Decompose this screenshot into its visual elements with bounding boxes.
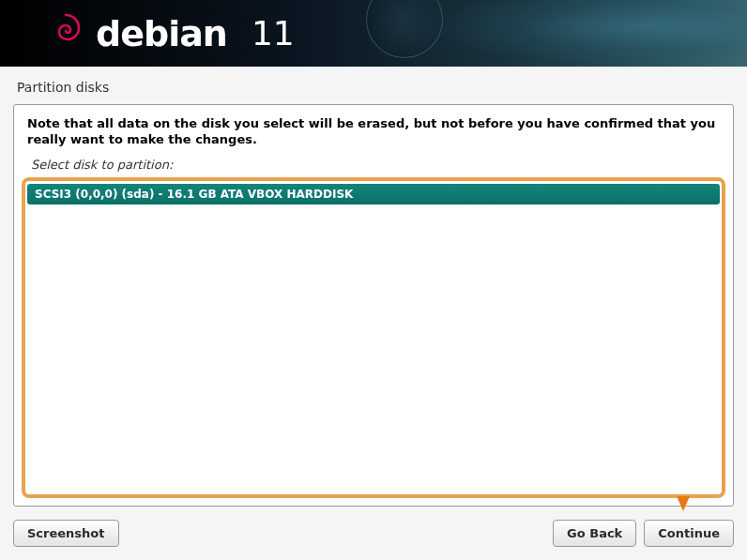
debian-swirl-icon <box>47 11 84 56</box>
content-area: Partition disks Note that all data on th… <box>0 67 747 560</box>
debian-logo: debian 11 <box>47 11 295 56</box>
go-back-button[interactable]: Go Back <box>553 520 636 547</box>
warning-text: Note that all data on the disk you selec… <box>22 113 725 154</box>
continue-button[interactable]: Continue <box>644 520 734 547</box>
brand-version: 11 <box>252 14 295 53</box>
button-bar: Screenshot Go Back Continue <box>0 507 747 560</box>
page-title: Partition disks <box>0 67 747 104</box>
disk-item[interactable]: SCSI3 (0,0,0) (sda) - 16.1 GB ATA VBOX H… <box>27 184 720 204</box>
button-bar-right: Go Back Continue <box>553 520 734 547</box>
disk-list-highlight: SCSI3 (0,0,0) (sda) - 16.1 GB ATA VBOX H… <box>22 177 725 498</box>
disk-list[interactable]: SCSI3 (0,0,0) (sda) - 16.1 GB ATA VBOX H… <box>27 184 720 492</box>
brand-name: debian <box>96 13 227 54</box>
main-panel: Note that all data on the disk you selec… <box>13 104 734 507</box>
instruction-text: Select disk to partition: <box>22 154 725 177</box>
screenshot-button[interactable]: Screenshot <box>13 520 119 547</box>
installer-header: debian 11 <box>0 0 747 67</box>
